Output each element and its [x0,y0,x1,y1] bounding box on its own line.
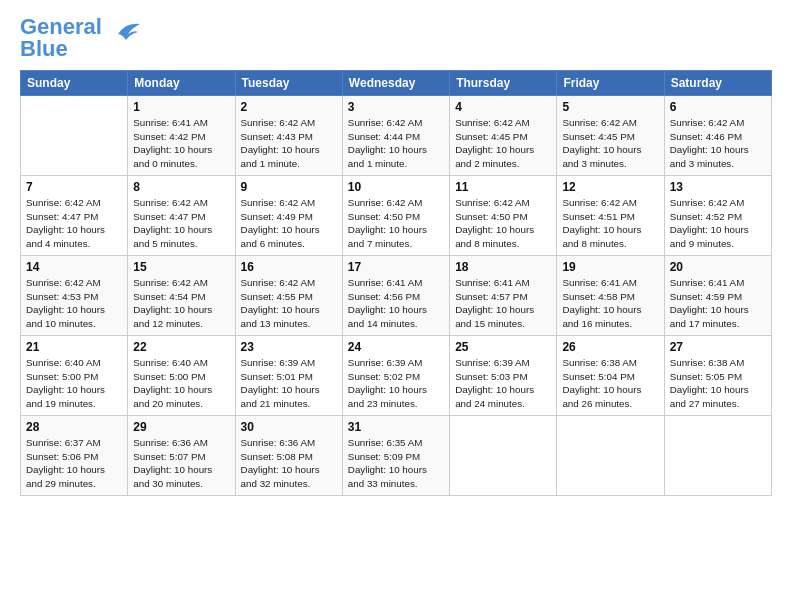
day-number: 11 [455,180,551,194]
calendar-cell: 11Sunrise: 6:42 AM Sunset: 4:50 PM Dayli… [450,176,557,256]
logo-blue: Blue [20,36,68,61]
day-detail: Sunrise: 6:42 AM Sunset: 4:52 PM Dayligh… [670,196,766,251]
day-number: 2 [241,100,337,114]
day-number: 9 [241,180,337,194]
day-number: 18 [455,260,551,274]
calendar-cell: 24Sunrise: 6:39 AM Sunset: 5:02 PM Dayli… [342,336,449,416]
calendar-day-header: Tuesday [235,71,342,96]
day-detail: Sunrise: 6:39 AM Sunset: 5:03 PM Dayligh… [455,356,551,411]
day-detail: Sunrise: 6:42 AM Sunset: 4:43 PM Dayligh… [241,116,337,171]
calendar-cell: 21Sunrise: 6:40 AM Sunset: 5:00 PM Dayli… [21,336,128,416]
day-number: 30 [241,420,337,434]
day-detail: Sunrise: 6:42 AM Sunset: 4:53 PM Dayligh… [26,276,122,331]
calendar-week-row: 28Sunrise: 6:37 AM Sunset: 5:06 PM Dayli… [21,416,772,496]
day-number: 1 [133,100,229,114]
calendar-cell: 7Sunrise: 6:42 AM Sunset: 4:47 PM Daylig… [21,176,128,256]
calendar-week-row: 14Sunrise: 6:42 AM Sunset: 4:53 PM Dayli… [21,256,772,336]
calendar-cell: 29Sunrise: 6:36 AM Sunset: 5:07 PM Dayli… [128,416,235,496]
day-number: 26 [562,340,658,354]
day-detail: Sunrise: 6:42 AM Sunset: 4:44 PM Dayligh… [348,116,444,171]
day-detail: Sunrise: 6:42 AM Sunset: 4:54 PM Dayligh… [133,276,229,331]
day-number: 28 [26,420,122,434]
day-detail: Sunrise: 6:38 AM Sunset: 5:04 PM Dayligh… [562,356,658,411]
day-number: 16 [241,260,337,274]
day-number: 13 [670,180,766,194]
day-detail: Sunrise: 6:37 AM Sunset: 5:06 PM Dayligh… [26,436,122,491]
calendar-cell: 27Sunrise: 6:38 AM Sunset: 5:05 PM Dayli… [664,336,771,416]
day-number: 15 [133,260,229,274]
day-number: 25 [455,340,551,354]
day-detail: Sunrise: 6:41 AM Sunset: 4:59 PM Dayligh… [670,276,766,331]
calendar-week-row: 21Sunrise: 6:40 AM Sunset: 5:00 PM Dayli… [21,336,772,416]
day-number: 24 [348,340,444,354]
day-number: 3 [348,100,444,114]
day-detail: Sunrise: 6:40 AM Sunset: 5:00 PM Dayligh… [133,356,229,411]
calendar-cell: 15Sunrise: 6:42 AM Sunset: 4:54 PM Dayli… [128,256,235,336]
logo: General Blue [20,16,140,60]
calendar-cell: 19Sunrise: 6:41 AM Sunset: 4:58 PM Dayli… [557,256,664,336]
day-number: 31 [348,420,444,434]
calendar-cell: 12Sunrise: 6:42 AM Sunset: 4:51 PM Dayli… [557,176,664,256]
calendar-cell: 6Sunrise: 6:42 AM Sunset: 4:46 PM Daylig… [664,96,771,176]
calendar-cell: 10Sunrise: 6:42 AM Sunset: 4:50 PM Dayli… [342,176,449,256]
day-number: 21 [26,340,122,354]
calendar-cell: 17Sunrise: 6:41 AM Sunset: 4:56 PM Dayli… [342,256,449,336]
calendar-cell: 26Sunrise: 6:38 AM Sunset: 5:04 PM Dayli… [557,336,664,416]
day-detail: Sunrise: 6:41 AM Sunset: 4:42 PM Dayligh… [133,116,229,171]
day-detail: Sunrise: 6:41 AM Sunset: 4:58 PM Dayligh… [562,276,658,331]
day-number: 10 [348,180,444,194]
day-detail: Sunrise: 6:42 AM Sunset: 4:47 PM Dayligh… [133,196,229,251]
calendar-cell: 20Sunrise: 6:41 AM Sunset: 4:59 PM Dayli… [664,256,771,336]
day-detail: Sunrise: 6:42 AM Sunset: 4:50 PM Dayligh… [348,196,444,251]
calendar-day-header: Wednesday [342,71,449,96]
day-detail: Sunrise: 6:36 AM Sunset: 5:08 PM Dayligh… [241,436,337,491]
calendar-cell: 4Sunrise: 6:42 AM Sunset: 4:45 PM Daylig… [450,96,557,176]
day-number: 7 [26,180,122,194]
calendar-cell: 13Sunrise: 6:42 AM Sunset: 4:52 PM Dayli… [664,176,771,256]
calendar-cell: 22Sunrise: 6:40 AM Sunset: 5:00 PM Dayli… [128,336,235,416]
calendar-cell: 1Sunrise: 6:41 AM Sunset: 4:42 PM Daylig… [128,96,235,176]
day-detail: Sunrise: 6:39 AM Sunset: 5:02 PM Dayligh… [348,356,444,411]
day-number: 23 [241,340,337,354]
calendar-cell: 30Sunrise: 6:36 AM Sunset: 5:08 PM Dayli… [235,416,342,496]
day-number: 19 [562,260,658,274]
day-number: 17 [348,260,444,274]
calendar-cell [21,96,128,176]
calendar-day-header: Friday [557,71,664,96]
calendar-cell: 25Sunrise: 6:39 AM Sunset: 5:03 PM Dayli… [450,336,557,416]
day-detail: Sunrise: 6:42 AM Sunset: 4:49 PM Dayligh… [241,196,337,251]
calendar-week-row: 1Sunrise: 6:41 AM Sunset: 4:42 PM Daylig… [21,96,772,176]
day-detail: Sunrise: 6:38 AM Sunset: 5:05 PM Dayligh… [670,356,766,411]
day-number: 4 [455,100,551,114]
day-detail: Sunrise: 6:36 AM Sunset: 5:07 PM Dayligh… [133,436,229,491]
calendar-cell: 8Sunrise: 6:42 AM Sunset: 4:47 PM Daylig… [128,176,235,256]
day-number: 8 [133,180,229,194]
day-detail: Sunrise: 6:42 AM Sunset: 4:45 PM Dayligh… [562,116,658,171]
day-number: 20 [670,260,766,274]
day-number: 14 [26,260,122,274]
calendar-cell: 23Sunrise: 6:39 AM Sunset: 5:01 PM Dayli… [235,336,342,416]
logo-text: General Blue [20,14,102,61]
day-detail: Sunrise: 6:42 AM Sunset: 4:47 PM Dayligh… [26,196,122,251]
day-detail: Sunrise: 6:42 AM Sunset: 4:55 PM Dayligh… [241,276,337,331]
day-number: 12 [562,180,658,194]
day-number: 6 [670,100,766,114]
calendar-day-header: Sunday [21,71,128,96]
calendar-cell: 31Sunrise: 6:35 AM Sunset: 5:09 PM Dayli… [342,416,449,496]
calendar-week-row: 7Sunrise: 6:42 AM Sunset: 4:47 PM Daylig… [21,176,772,256]
calendar-cell: 5Sunrise: 6:42 AM Sunset: 4:45 PM Daylig… [557,96,664,176]
calendar-cell: 18Sunrise: 6:41 AM Sunset: 4:57 PM Dayli… [450,256,557,336]
day-detail: Sunrise: 6:41 AM Sunset: 4:56 PM Dayligh… [348,276,444,331]
calendar-cell: 9Sunrise: 6:42 AM Sunset: 4:49 PM Daylig… [235,176,342,256]
calendar-day-header: Saturday [664,71,771,96]
calendar-day-header: Monday [128,71,235,96]
calendar-cell: 3Sunrise: 6:42 AM Sunset: 4:44 PM Daylig… [342,96,449,176]
day-number: 22 [133,340,229,354]
calendar-cell: 28Sunrise: 6:37 AM Sunset: 5:06 PM Dayli… [21,416,128,496]
calendar-cell: 14Sunrise: 6:42 AM Sunset: 4:53 PM Dayli… [21,256,128,336]
day-number: 5 [562,100,658,114]
calendar-cell: 16Sunrise: 6:42 AM Sunset: 4:55 PM Dayli… [235,256,342,336]
day-detail: Sunrise: 6:42 AM Sunset: 4:46 PM Dayligh… [670,116,766,171]
calendar-cell [557,416,664,496]
day-detail: Sunrise: 6:41 AM Sunset: 4:57 PM Dayligh… [455,276,551,331]
